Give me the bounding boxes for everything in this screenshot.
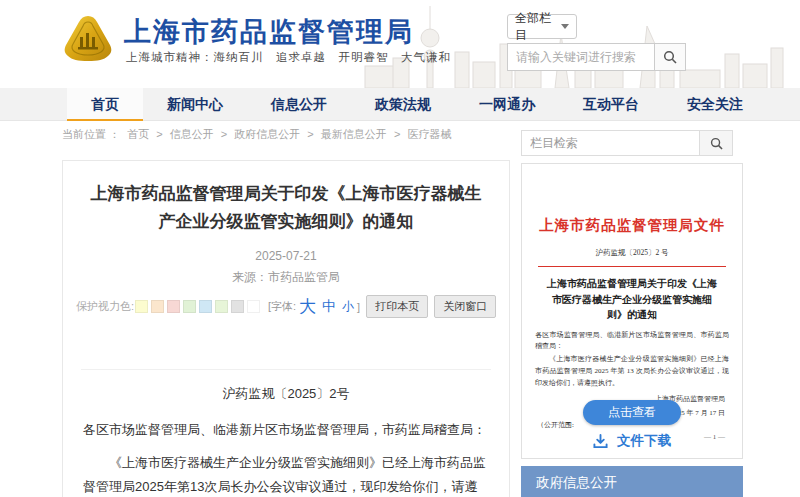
site-slogan: 上海城市精神：海纳百川 追求卓越 开明睿智 大气谦和 [126, 50, 451, 65]
vision-color-swatch[interactable] [247, 300, 260, 313]
search-icon [663, 50, 677, 64]
breadcrumb-separator: > [221, 128, 227, 140]
breadcrumb-medical-devices[interactable]: 医疗器械 [407, 128, 451, 140]
font-size-large[interactable]: 大 [299, 295, 316, 318]
article-toolbar: 保护视力色: [字体: 大 中 小 ] 打印本页 关闭窗口 [63, 295, 509, 318]
nav-item-home[interactable]: 首页 [67, 88, 143, 121]
breadcrumb-separator: > [394, 128, 400, 140]
breadcrumb: 当前位置 ： 首页 > 信息公开 > 政府信息公开 > 最新信息公开 > 医疗器… [62, 127, 455, 142]
article-divider [81, 369, 491, 370]
article-source: 来源：市药品监管局 [63, 269, 509, 286]
agency-logo[interactable] [62, 13, 114, 65]
download-icon [593, 434, 608, 449]
nav-item-online-services[interactable]: 一网通办 [455, 88, 559, 121]
view-document-button[interactable]: 点击查看 [583, 400, 681, 425]
document-number: 沪药监规〔2025〕2号 [63, 385, 509, 403]
breadcrumb-separator: > [156, 128, 162, 140]
chevron-down-icon [561, 24, 569, 29]
font-size-group: [字体: 大 中 小 ] [268, 295, 360, 318]
breadcrumb-home[interactable]: 首页 [127, 128, 149, 140]
site-search [507, 43, 686, 71]
search-icon [710, 137, 723, 150]
page: 上海市药品监督管理局 上海城市精神：海纳百川 追求卓越 开明睿智 大气谦和 全部… [0, 0, 800, 497]
sidebar-search [521, 130, 743, 156]
site-search-input[interactable] [507, 43, 654, 71]
preview-red-divider [538, 266, 726, 267]
nav-item-interaction[interactable]: 互动平台 [559, 88, 663, 121]
vision-color-swatch[interactable] [199, 300, 212, 313]
breadcrumb-info-disclosure[interactable]: 信息公开 [170, 128, 214, 140]
article-paragraph: 《上海市医疗器械生产企业分级监管实施细则》已经上海市药品监督管理局2025年第1… [83, 451, 489, 497]
breadcrumb-gov-info[interactable]: 政府信息公开 [234, 128, 300, 140]
preview-doc-scope: （公开范围: [537, 420, 574, 430]
search-category-select[interactable]: 全部栏目 [507, 14, 577, 39]
article-title: 上海市药品监督管理局关于印发《上海市医疗器械生产企业分级监管实施细则》的通知 [89, 180, 483, 236]
font-size-label-end: ] [357, 301, 360, 313]
font-size-label: [字体: [268, 299, 296, 314]
close-window-button[interactable]: 关闭窗口 [434, 295, 496, 318]
main-nav: 首页 新闻中心 信息公开 政策法规 一网通办 互动平台 安全关注 [0, 88, 800, 121]
breadcrumb-latest-info[interactable]: 最新信息公开 [321, 128, 387, 140]
sidebar-search-button[interactable] [699, 130, 733, 156]
preview-doc-header: 上海市药品监督管理局文件 [522, 216, 742, 235]
breadcrumb-separator: > [307, 128, 313, 140]
site-title: 上海市药品监督管理局 [124, 14, 414, 50]
font-size-small[interactable]: 小 [342, 298, 354, 315]
vision-color-swatch[interactable] [215, 300, 228, 313]
vision-color-swatch[interactable] [183, 300, 196, 313]
vision-color-swatch[interactable] [167, 300, 180, 313]
print-page-button[interactable]: 打印本页 [366, 295, 428, 318]
sidebar: 上海市药品监督管理局文件 沪药监规〔2025〕2 号 上海市药品监督管理局关于印… [521, 130, 743, 497]
file-download-label: 文件下载 [617, 432, 671, 450]
site-search-button[interactable] [654, 43, 686, 71]
vision-color-swatch[interactable] [231, 300, 244, 313]
preview-doc-number: 沪药监规〔2025〕2 号 [522, 248, 742, 258]
breadcrumb-label: 当前位置 ： [62, 128, 120, 140]
preview-doc-paragraph: 《上海市医疗器械生产企业分级监管实施细则》已经上海市药品监督管理局 2025 年… [535, 354, 729, 390]
vision-color-swatch[interactable] [151, 300, 164, 313]
preview-doc-title: 上海市药品监督管理局关于印发《上海市医疗器械生产企业分级监管实施细则》的通知 [544, 276, 720, 323]
article-paragraph: 各区市场监督管理局、临港新片区市场监督管理局，市药监局稽查局： [83, 418, 489, 442]
article-date: 2025-07-21 [63, 249, 509, 263]
file-download-link[interactable]: 文件下载 [522, 432, 742, 450]
search-category-value: 全部栏目 [515, 10, 561, 44]
document-preview-card[interactable]: 上海市药品监督管理局文件 沪药监规〔2025〕2 号 上海市药品监督管理局关于印… [521, 163, 743, 459]
nav-item-policy[interactable]: 政策法规 [351, 88, 455, 121]
nav-item-info-disclosure[interactable]: 信息公开 [247, 88, 351, 121]
preview-doc-paragraph: 各区市场监督管理局、临港新片区市场监督管理局、市药监局稽查局： [535, 330, 729, 354]
article-panel: 上海市药品监督管理局关于印发《上海市医疗器械生产企业分级监管实施细则》的通知 2… [62, 160, 510, 497]
vision-color-swatch[interactable] [135, 300, 148, 313]
sidebar-section-gov-info[interactable]: 政府信息公开 [521, 466, 743, 497]
site-header: 上海市药品监督管理局 上海城市精神：海纳百川 追求卓越 开明睿智 大气谦和 全部… [0, 0, 800, 88]
font-size-medium[interactable]: 中 [322, 298, 336, 316]
vision-color-label: 保护视力色: [76, 299, 134, 314]
nav-item-safety[interactable]: 安全关注 [663, 88, 767, 121]
nav-item-news[interactable]: 新闻中心 [143, 88, 247, 121]
sidebar-search-input[interactable] [521, 130, 699, 156]
